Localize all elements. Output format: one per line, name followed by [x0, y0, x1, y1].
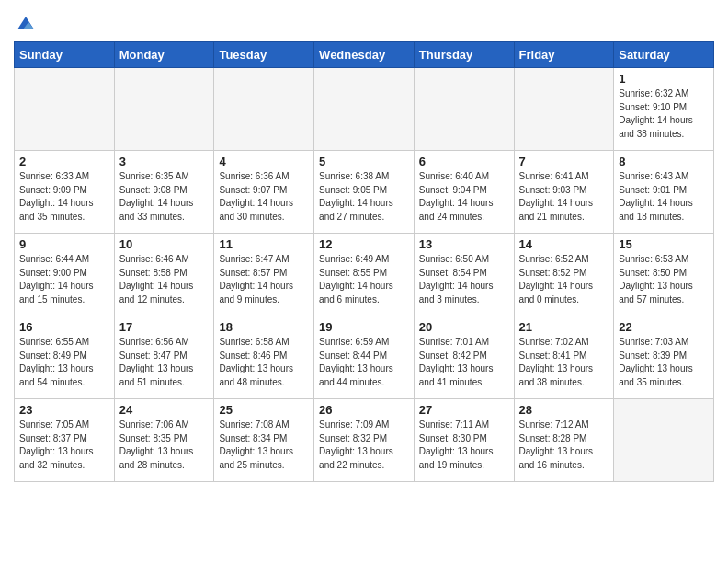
day-number: 16 [19, 320, 109, 334]
day-number: 9 [19, 237, 109, 251]
weekday-header-monday: Monday [114, 42, 214, 68]
day-number: 4 [219, 155, 309, 168]
day-cell: 13Sunrise: 6:50 AMSunset: 8:54 PMDayligh… [414, 234, 514, 316]
day-cell [214, 68, 314, 151]
day-number: 19 [319, 320, 409, 334]
logo [14, 13, 36, 34]
day-info: Sunrise: 7:12 AMSunset: 8:28 PMDaylight:… [519, 419, 609, 472]
day-info: Sunrise: 7:09 AMSunset: 8:32 PMDaylight:… [319, 419, 409, 472]
week-row-0: 1Sunrise: 6:32 AMSunset: 9:10 PMDaylight… [15, 68, 714, 151]
day-number: 20 [419, 320, 509, 334]
day-number: 1 [619, 72, 709, 86]
day-number: 2 [19, 155, 109, 168]
weekday-header-wednesday: Wednesday [314, 42, 415, 68]
day-cell: 23Sunrise: 7:05 AMSunset: 8:37 PMDayligh… [15, 399, 115, 482]
day-number: 26 [319, 403, 409, 417]
day-info: Sunrise: 7:03 AMSunset: 8:39 PMDaylight:… [619, 336, 709, 389]
day-info: Sunrise: 7:11 AMSunset: 8:30 PMDaylight:… [419, 419, 509, 472]
day-cell [614, 399, 714, 482]
day-number: 10 [119, 237, 210, 251]
day-cell: 8Sunrise: 6:43 AMSunset: 9:01 PMDaylight… [614, 151, 714, 234]
week-row-1: 2Sunrise: 6:33 AMSunset: 9:09 PMDaylight… [15, 151, 714, 234]
day-info: Sunrise: 6:43 AMSunset: 9:01 PMDaylight:… [619, 170, 709, 224]
day-cell: 1Sunrise: 6:32 AMSunset: 9:10 PMDaylight… [614, 68, 714, 151]
day-number: 13 [419, 237, 509, 251]
day-number: 23 [19, 403, 109, 417]
page: SundayMondayTuesdayWednesdayThursdayFrid… [0, 0, 728, 491]
day-info: Sunrise: 6:46 AMSunset: 8:58 PMDaylight:… [119, 253, 210, 306]
day-info: Sunrise: 6:59 AMSunset: 8:44 PMDaylight:… [319, 336, 409, 389]
day-info: Sunrise: 6:56 AMSunset: 8:47 PMDaylight:… [119, 336, 210, 389]
day-number: 21 [519, 320, 609, 334]
day-number: 17 [119, 320, 210, 334]
day-cell: 5Sunrise: 6:38 AMSunset: 9:05 PMDaylight… [314, 151, 415, 234]
logo-icon [16, 13, 36, 33]
day-info: Sunrise: 6:47 AMSunset: 8:57 PMDaylight:… [219, 253, 309, 306]
day-cell [114, 68, 214, 151]
day-number: 3 [119, 155, 210, 168]
day-info: Sunrise: 6:41 AMSunset: 9:03 PMDaylight:… [519, 170, 609, 224]
day-info: Sunrise: 7:06 AMSunset: 8:35 PMDaylight:… [119, 419, 210, 472]
day-info: Sunrise: 6:32 AMSunset: 9:10 PMDaylight:… [619, 87, 709, 141]
weekday-header-saturday: Saturday [614, 42, 714, 68]
day-cell: 21Sunrise: 7:02 AMSunset: 8:41 PMDayligh… [514, 316, 614, 399]
day-number: 22 [619, 320, 709, 334]
day-number: 15 [619, 237, 709, 251]
day-cell: 27Sunrise: 7:11 AMSunset: 8:30 PMDayligh… [414, 399, 514, 482]
day-cell: 12Sunrise: 6:49 AMSunset: 8:55 PMDayligh… [314, 234, 415, 316]
day-cell: 3Sunrise: 6:35 AMSunset: 9:08 PMDaylight… [114, 151, 214, 234]
day-number: 14 [519, 237, 609, 251]
day-cell: 10Sunrise: 6:46 AMSunset: 8:58 PMDayligh… [114, 234, 214, 316]
day-info: Sunrise: 7:08 AMSunset: 8:34 PMDaylight:… [219, 419, 309, 472]
day-cell: 22Sunrise: 7:03 AMSunset: 8:39 PMDayligh… [614, 316, 714, 399]
day-info: Sunrise: 7:01 AMSunset: 8:42 PMDaylight:… [419, 336, 509, 389]
day-info: Sunrise: 6:52 AMSunset: 8:52 PMDaylight:… [519, 253, 609, 306]
day-number: 6 [419, 155, 509, 168]
day-cell: 18Sunrise: 6:58 AMSunset: 8:46 PMDayligh… [214, 316, 314, 399]
day-cell: 9Sunrise: 6:44 AMSunset: 9:00 PMDaylight… [15, 234, 115, 316]
day-info: Sunrise: 6:49 AMSunset: 8:55 PMDaylight:… [319, 253, 409, 306]
day-info: Sunrise: 7:05 AMSunset: 8:37 PMDaylight:… [19, 419, 109, 472]
day-cell: 17Sunrise: 6:56 AMSunset: 8:47 PMDayligh… [114, 316, 214, 399]
day-number: 18 [219, 320, 309, 334]
week-row-4: 23Sunrise: 7:05 AMSunset: 8:37 PMDayligh… [15, 399, 714, 482]
day-cell: 20Sunrise: 7:01 AMSunset: 8:42 PMDayligh… [414, 316, 514, 399]
weekday-header-thursday: Thursday [414, 42, 514, 68]
day-number: 28 [519, 403, 609, 417]
day-info: Sunrise: 6:50 AMSunset: 8:54 PMDaylight:… [419, 253, 509, 306]
day-cell: 7Sunrise: 6:41 AMSunset: 9:03 PMDaylight… [514, 151, 614, 234]
day-info: Sunrise: 6:38 AMSunset: 9:05 PMDaylight:… [319, 170, 409, 224]
day-number: 25 [219, 403, 309, 417]
day-info: Sunrise: 6:58 AMSunset: 8:46 PMDaylight:… [219, 336, 309, 389]
day-number: 24 [119, 403, 210, 417]
day-cell: 24Sunrise: 7:06 AMSunset: 8:35 PMDayligh… [114, 399, 214, 482]
week-row-3: 16Sunrise: 6:55 AMSunset: 8:49 PMDayligh… [15, 316, 714, 399]
weekday-header-row: SundayMondayTuesdayWednesdayThursdayFrid… [15, 42, 714, 68]
day-cell: 4Sunrise: 6:36 AMSunset: 9:07 PMDaylight… [214, 151, 314, 234]
day-cell [314, 68, 415, 151]
weekday-header-friday: Friday [514, 42, 614, 68]
day-number: 5 [319, 155, 409, 168]
day-info: Sunrise: 6:40 AMSunset: 9:04 PMDaylight:… [419, 170, 509, 224]
day-cell: 28Sunrise: 7:12 AMSunset: 8:28 PMDayligh… [514, 399, 614, 482]
day-number: 27 [419, 403, 509, 417]
day-number: 8 [619, 155, 709, 168]
day-cell: 14Sunrise: 6:52 AMSunset: 8:52 PMDayligh… [514, 234, 614, 316]
day-number: 7 [519, 155, 609, 168]
day-cell [514, 68, 614, 151]
day-info: Sunrise: 6:44 AMSunset: 9:00 PMDaylight:… [19, 253, 109, 306]
day-cell [15, 68, 115, 151]
day-info: Sunrise: 6:55 AMSunset: 8:49 PMDaylight:… [19, 336, 109, 389]
day-info: Sunrise: 6:36 AMSunset: 9:07 PMDaylight:… [219, 170, 309, 224]
day-cell: 16Sunrise: 6:55 AMSunset: 8:49 PMDayligh… [15, 316, 115, 399]
day-number: 11 [219, 237, 309, 251]
day-number: 12 [319, 237, 409, 251]
day-cell: 15Sunrise: 6:53 AMSunset: 8:50 PMDayligh… [614, 234, 714, 316]
day-cell: 6Sunrise: 6:40 AMSunset: 9:04 PMDaylight… [414, 151, 514, 234]
weekday-header-sunday: Sunday [15, 42, 115, 68]
calendar: SundayMondayTuesdayWednesdayThursdayFrid… [14, 41, 714, 482]
day-info: Sunrise: 6:53 AMSunset: 8:50 PMDaylight:… [619, 253, 709, 306]
day-cell: 25Sunrise: 7:08 AMSunset: 8:34 PMDayligh… [214, 399, 314, 482]
day-info: Sunrise: 7:02 AMSunset: 8:41 PMDaylight:… [519, 336, 609, 389]
day-cell: 19Sunrise: 6:59 AMSunset: 8:44 PMDayligh… [314, 316, 415, 399]
